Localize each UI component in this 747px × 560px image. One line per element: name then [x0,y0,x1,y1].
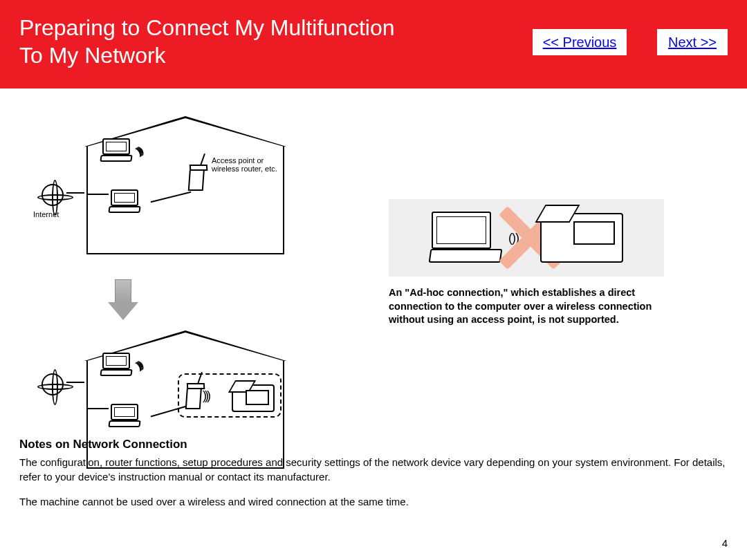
router-icon [188,166,205,191]
adhoc-section: ( ) ) ( ( ( An "Ad-hoc connection," whic… [389,199,693,327]
adhoc-illustration: ( ) ) ( ( ( [389,199,664,277]
notes-heading: Notes on Network Connection [19,438,728,451]
laptop-icon [100,353,132,377]
page-number: 4 [722,537,728,549]
title-line-1: Preparing to Connect My Multifunction [19,14,394,41]
page: Preparing to Connect My Multifunction To… [0,0,747,560]
nav-buttons: << Previous Next >> [533,29,728,88]
down-arrow-icon [109,279,137,321]
laptop-icon [100,138,132,163]
printer-icon [232,384,275,412]
internet-globe-icon [42,184,64,206]
wifi-waves-icon: ))) [203,389,209,403]
next-button[interactable]: Next >> [657,29,728,55]
title-line-2: To My Network [19,41,394,69]
printer-icon [540,213,623,263]
cable-line [88,194,109,195]
network-diagrams: Internet )))))) Access po [43,116,306,469]
wifi-waves-icon: )))))) [133,360,143,372]
internet-label: Internet [33,210,59,218]
internet-globe-icon [42,373,64,395]
notes-section: Notes on Network Connection The configur… [19,438,728,520]
adhoc-caption: An "Ad-hoc connection," which establishe… [389,286,679,327]
notes-paragraph-2: The machine cannot be used over a wirele… [19,495,728,509]
notes-paragraph-1: The configuration, router functions, set… [19,456,728,484]
page-title: Preparing to Connect My Multifunction To… [19,14,394,88]
laptop-icon [109,404,140,429]
wifi-waves-icon: )))))) [133,145,143,158]
cable-line [88,408,109,409]
laptop-icon [109,189,140,214]
router-label: Access point or wireless router, etc. [212,156,288,173]
router-icon [185,384,203,409]
content-area: Internet )))))) Access po [0,88,747,560]
header-bar: Preparing to Connect My Multifunction To… [0,0,747,88]
cable-line [151,192,192,203]
previous-button[interactable]: << Previous [533,29,627,55]
